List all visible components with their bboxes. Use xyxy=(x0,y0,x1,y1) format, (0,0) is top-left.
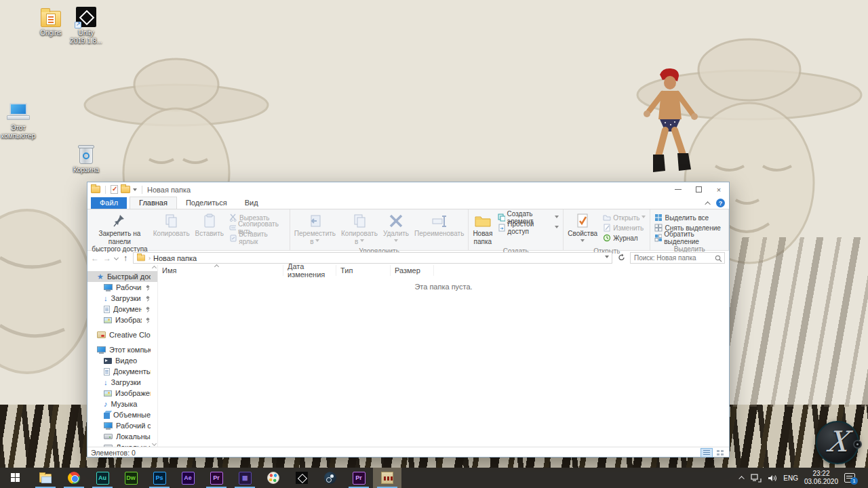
paste-button[interactable]: Вставить xyxy=(193,211,226,255)
move-to-icon xyxy=(307,214,322,228)
paste-shortcut-button[interactable]: Вставить ярлык xyxy=(229,233,285,243)
history-button[interactable]: Журнал xyxy=(603,233,646,243)
details-view-button[interactable] xyxy=(701,448,713,458)
column-date[interactable]: Дата изменения xyxy=(283,265,336,276)
sidebar-item-pictures-pinned[interactable]: Изображени xyxy=(87,314,157,325)
new-folder-button[interactable]: Новаяпапка xyxy=(470,211,495,247)
sidebar-item-desktop[interactable]: Рабочий стол xyxy=(87,420,157,431)
column-type[interactable]: Тип xyxy=(336,265,391,276)
start-button[interactable] xyxy=(0,468,31,488)
column-name[interactable]: Имя xyxy=(158,265,283,276)
sidebar-item-downloads-pinned[interactable]: ↓ Загрузки xyxy=(87,293,157,304)
taskbar-unity[interactable] xyxy=(288,468,316,488)
breadcrumb-path[interactable]: Новая папка xyxy=(153,254,197,262)
sidebar-item-downloads[interactable]: ↓ Загрузки xyxy=(87,377,157,388)
sidebar-item-creative-cloud[interactable]: Creative Cloud Fil xyxy=(87,329,157,340)
network-icon[interactable] xyxy=(751,474,762,483)
sidebar-item-videos[interactable]: Видео xyxy=(87,355,157,366)
column-size[interactable]: Размер xyxy=(391,265,434,276)
address-dropdown-icon[interactable] xyxy=(605,256,609,260)
tray-expand-icon[interactable] xyxy=(739,476,745,481)
scroll-up-icon[interactable] xyxy=(152,266,157,270)
desktop-icon-recycle-bin[interactable]: Корзина xyxy=(64,141,108,174)
sidebar-item-pictures[interactable]: Изображения xyxy=(87,388,157,399)
easy-access-button[interactable]: Простой доступ xyxy=(498,223,559,232)
qat-new-folder-icon[interactable] xyxy=(121,186,130,193)
language-indicator[interactable]: ENG xyxy=(783,474,798,482)
qat-properties-icon[interactable] xyxy=(111,185,118,194)
breadcrumb[interactable]: › Новая папка xyxy=(133,252,612,264)
sidebar-item-music[interactable]: ♪ Музыка xyxy=(87,399,157,409)
tab-file[interactable]: Файл xyxy=(91,197,127,209)
help-icon[interactable]: ? xyxy=(716,199,725,207)
minimize-button[interactable] xyxy=(668,183,688,197)
icons-view-icon xyxy=(717,450,724,455)
search-box[interactable] xyxy=(630,252,725,264)
maximize-button[interactable] xyxy=(688,183,709,197)
up-icon[interactable]: ↑ xyxy=(121,253,130,263)
rename-icon xyxy=(431,214,448,228)
action-center-icon[interactable]: 1 xyxy=(844,473,855,483)
delete-button[interactable]: Удалить xyxy=(380,211,412,247)
properties-button[interactable]: Свойства xyxy=(565,211,600,247)
taskbar-active-game[interactable] xyxy=(373,468,401,488)
window-folder-icon xyxy=(91,186,100,193)
icons-view-button[interactable] xyxy=(714,448,726,458)
copy-button[interactable]: Копировать xyxy=(151,211,193,255)
taskbar-premiere-2[interactable]: Pr xyxy=(344,468,373,488)
this-pc-icon xyxy=(97,346,106,352)
sidebar-item-3d-objects[interactable]: Объемные объ xyxy=(87,409,157,420)
tab-view[interactable]: Вид xyxy=(236,197,267,209)
taskbar-adobe-app[interactable]: ▦ xyxy=(231,468,259,488)
refresh-button[interactable] xyxy=(615,253,627,262)
sidebar-scrollbar[interactable] xyxy=(151,265,157,447)
desktop-icon-unity[interactable]: Unity 2019.1.8... xyxy=(64,4,108,45)
move-to-button[interactable]: Переместитьв xyxy=(292,211,338,247)
sort-ascending-icon xyxy=(214,264,219,269)
taskbar-audition[interactable]: Au xyxy=(88,468,117,488)
sidebar-item-documents-pinned[interactable]: Документы xyxy=(87,304,157,314)
qat-customize-caret-icon[interactable] xyxy=(133,188,137,193)
taskbar-paint3d[interactable] xyxy=(259,468,288,488)
tab-share[interactable]: Поделиться xyxy=(177,197,236,209)
clock[interactable]: 23:22 03.06.2020 xyxy=(804,470,838,487)
forward-icon[interactable]: → xyxy=(102,253,112,263)
sidebar-item-local-disk-c[interactable]: Локальный дис xyxy=(87,431,157,442)
open-button[interactable]: Открыть xyxy=(603,213,646,222)
taskbar-photoshop[interactable]: Ps xyxy=(145,468,174,488)
taskbar: Au Dw Ps Ae Pr ▦ Pr xyxy=(0,468,868,488)
pin-to-quick-access-button[interactable]: Закрепить на панелибыстрого доступа xyxy=(89,211,151,255)
adobe-app-icon: ▦ xyxy=(239,472,252,485)
quick-access-star-icon: ★ xyxy=(97,273,104,280)
close-button[interactable]: × xyxy=(709,183,729,197)
sidebar-item-this-pc[interactable]: Этот компьютер xyxy=(87,344,157,355)
sidebar-item-quick-access[interactable]: ★ Быстрый доступ xyxy=(87,271,157,282)
tray-date: 03.06.2020 xyxy=(804,478,838,485)
invert-selection-button[interactable]: Обратить выделение xyxy=(654,233,724,243)
taskbar-premiere[interactable]: Pr xyxy=(202,468,231,488)
sidebar-item-desktop-pinned[interactable]: Рабочий сто xyxy=(87,282,157,293)
copy-to-button[interactable]: Копироватьв xyxy=(338,211,380,247)
disk-icon xyxy=(104,434,113,439)
rename-button[interactable]: Переименовать xyxy=(412,211,467,247)
taskbar-file-explorer[interactable] xyxy=(31,468,60,488)
taskbar-steam[interactable] xyxy=(316,468,344,488)
downloads-icon: ↓ xyxy=(104,378,108,386)
select-all-button[interactable]: Выделить все xyxy=(654,213,724,222)
scroll-down-icon[interactable] xyxy=(152,441,157,446)
taskbar-after-effects[interactable]: Ae xyxy=(174,468,202,488)
edit-button[interactable]: Изменить xyxy=(603,223,646,232)
sidebar-item-documents[interactable]: Документы xyxy=(87,366,157,377)
sidebar-item-local-disk-d[interactable]: Локальный дис xyxy=(87,442,157,447)
taskbar-dreamweaver[interactable]: Dw xyxy=(117,468,145,488)
volume-icon[interactable] xyxy=(768,474,777,483)
desktop-icon-this-pc[interactable]: Этот компьютер xyxy=(0,99,40,140)
back-icon[interactable]: ← xyxy=(90,253,100,263)
pin-icon xyxy=(145,285,151,291)
search-input[interactable] xyxy=(631,253,724,263)
search-icon xyxy=(715,255,722,262)
collapse-ribbon-icon[interactable] xyxy=(705,201,710,207)
tab-home[interactable]: Главная xyxy=(130,197,177,209)
taskbar-chrome[interactable] xyxy=(60,468,88,488)
title-bar[interactable]: Новая папка × xyxy=(87,182,729,197)
